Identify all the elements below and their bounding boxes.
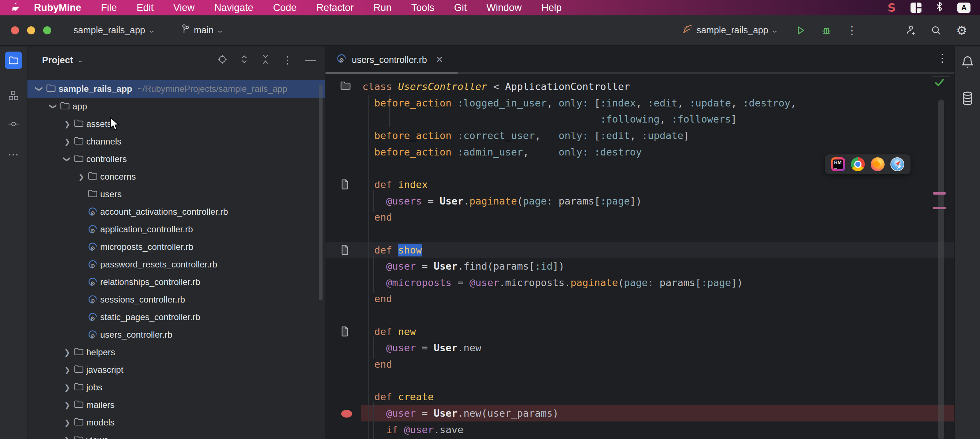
error-stripe-mark[interactable]: [933, 207, 946, 209]
chevron-down-icon[interactable]: ❯: [63, 155, 72, 163]
tree-row-helpers[interactable]: ❯helpers: [27, 343, 325, 361]
code-line-5[interactable]: before_action :admin_user, only: :destro…: [363, 144, 642, 160]
close-window-button[interactable]: [11, 26, 19, 34]
tree-row-password-resets-controller-rb[interactable]: password_resets_controller.rb: [27, 256, 325, 273]
menu-item-window[interactable]: Window: [476, 0, 531, 15]
shottr-icon[interactable]: S: [888, 1, 896, 14]
menu-item-tools[interactable]: Tools: [401, 0, 444, 15]
window-layout-icon[interactable]: [910, 3, 921, 13]
tree-row-static-pages-controller-rb[interactable]: static_pages_controller.rb: [27, 308, 325, 326]
debug-button[interactable]: [818, 22, 834, 38]
apple-menu-icon[interactable]: [12, 3, 21, 13]
code-line-7[interactable]: def index: [363, 176, 428, 193]
tree-row-microposts-controller-rb[interactable]: microposts_controller.rb: [27, 238, 325, 256]
menu-item-view[interactable]: View: [164, 0, 204, 15]
code-line-14[interactable]: end: [363, 291, 392, 307]
keyboard-layout-indicator[interactable]: A: [957, 3, 970, 13]
fullscreen-window-button[interactable]: [43, 26, 51, 34]
inspections-ok-icon[interactable]: [934, 77, 945, 89]
tree-row-app[interactable]: ❯app: [27, 98, 325, 115]
code-line-18[interactable]: end: [363, 356, 392, 372]
project-tree-scrollbar[interactable]: [319, 85, 323, 300]
safari-icon[interactable]: [891, 157, 904, 171]
gutter-bookmark-icon[interactable]: [340, 179, 350, 192]
code-line-20[interactable]: def create: [363, 388, 434, 405]
structure-tool-button[interactable]: [5, 87, 22, 104]
commit-tool-button[interactable]: [5, 115, 22, 133]
tree-row-concerns[interactable]: ❯concerns: [27, 168, 325, 185]
code-line-3[interactable]: :following, :followers]: [363, 111, 737, 127]
tree-row-sample-rails-app[interactable]: ❯sample_rails_app~/RubymineProjects/samp…: [27, 80, 325, 98]
code-line-21[interactable]: @user = User.new(user_params): [363, 405, 558, 421]
error-stripe-mark[interactable]: [933, 192, 946, 195]
code-line-4[interactable]: before_action :correct_user, only: [:edi…: [363, 127, 689, 144]
menu-item-refactor[interactable]: Refactor: [306, 0, 363, 15]
chevron-down-icon[interactable]: ❯: [49, 103, 58, 110]
editor-scrollbar[interactable]: [938, 99, 944, 439]
code-line-9[interactable]: end: [363, 209, 392, 225]
more-actions-button[interactable]: ⋮: [844, 22, 860, 38]
chevron-right-icon[interactable]: ❯: [64, 383, 71, 392]
tree-row-users[interactable]: users: [27, 185, 325, 203]
menu-item-rubymine[interactable]: RubyMine: [24, 0, 91, 15]
chevron-right-icon[interactable]: ❯: [64, 137, 71, 146]
chevron-down-icon[interactable]: ❯: [35, 85, 44, 93]
gutter-bookmark-icon[interactable]: [340, 326, 350, 338]
bluetooth-icon[interactable]: [936, 2, 943, 14]
branch-widget[interactable]: main ⌄: [175, 21, 229, 40]
run-button[interactable]: [793, 22, 809, 38]
project-tool-button[interactable]: [5, 51, 22, 69]
expand-all-icon[interactable]: [240, 54, 249, 66]
firefox-icon[interactable]: [871, 157, 885, 171]
code-line-22[interactable]: if @user.save: [363, 421, 463, 438]
tree-row-views[interactable]: ❯views: [27, 431, 325, 439]
code-line-1[interactable]: class UsersController < ApplicationContr…: [363, 78, 630, 95]
chevron-right-icon[interactable]: ❯: [64, 436, 71, 439]
menu-item-file[interactable]: File: [91, 0, 127, 15]
tree-row-controllers[interactable]: ❯controllers: [27, 150, 325, 168]
code-line-12[interactable]: @user = User.find(params[:id]): [363, 258, 565, 275]
chevron-right-icon[interactable]: ❯: [64, 120, 71, 128]
tree-row-jobs[interactable]: ❯jobs: [27, 378, 325, 396]
menu-item-git[interactable]: Git: [444, 0, 477, 15]
menu-item-edit[interactable]: Edit: [127, 0, 164, 15]
tree-row-sessions-controller-rb[interactable]: sessions_controller.rb: [27, 291, 325, 308]
code-line-17[interactable]: @user = User.new: [363, 340, 481, 356]
menu-item-code[interactable]: Code: [263, 0, 307, 15]
code-line-16[interactable]: def new: [363, 323, 416, 340]
tree-row-relationships-controller-rb[interactable]: relationships_controller.rb: [27, 273, 325, 291]
locate-file-icon[interactable]: [217, 54, 228, 66]
project-widget[interactable]: sample_rails_app ⌄: [68, 21, 160, 39]
database-icon[interactable]: [961, 91, 974, 107]
more-tool-windows-button[interactable]: ⋯: [5, 145, 22, 163]
chevron-right-icon[interactable]: ❯: [64, 348, 71, 357]
tree-row-users-controller-rb[interactable]: users_controller.rb: [27, 326, 325, 343]
chevron-right-icon[interactable]: ❯: [64, 418, 71, 427]
hide-panel-icon[interactable]: —: [305, 54, 316, 66]
menu-item-help[interactable]: Help: [531, 0, 571, 15]
project-panel-title[interactable]: Project: [42, 55, 73, 65]
tree-row-models[interactable]: ❯models: [27, 414, 325, 431]
settings-gear-icon[interactable]: ⚙: [954, 22, 970, 38]
minimize-window-button[interactable]: [27, 26, 35, 34]
rubymine-icon[interactable]: RM_: [831, 157, 845, 171]
code-line-13[interactable]: @microposts = @user.microposts.paginate(…: [363, 275, 743, 291]
chrome-icon[interactable]: [851, 157, 865, 171]
tree-row-assets[interactable]: ❯assets: [27, 115, 325, 133]
menu-item-run[interactable]: Run: [363, 0, 401, 15]
gutter-folder-icon[interactable]: [340, 81, 351, 92]
chevron-right-icon[interactable]: ❯: [64, 401, 71, 409]
menu-item-navigate[interactable]: Navigate: [204, 0, 263, 15]
run-configuration-widget[interactable]: sample_rails_app ⌄: [676, 20, 783, 41]
tree-row-javascript[interactable]: ❯javascript: [27, 361, 325, 378]
chevron-right-icon[interactable]: ❯: [64, 366, 71, 374]
search-everywhere-button[interactable]: [928, 22, 944, 38]
tree-row-account-activations-controller-rb[interactable]: account_activations_controller.rb: [27, 203, 325, 220]
code-line-11[interactable]: def show: [363, 242, 422, 258]
chevron-right-icon[interactable]: ❯: [78, 172, 85, 181]
chevron-down-icon[interactable]: ⌄: [76, 56, 84, 64]
code-line-23[interactable]: @user.send_activation_email: [363, 437, 558, 439]
more-icon[interactable]: ⋮: [282, 54, 293, 66]
tree-row-mailers[interactable]: ❯mailers: [27, 396, 325, 414]
notifications-bell-icon[interactable]: [961, 55, 974, 70]
